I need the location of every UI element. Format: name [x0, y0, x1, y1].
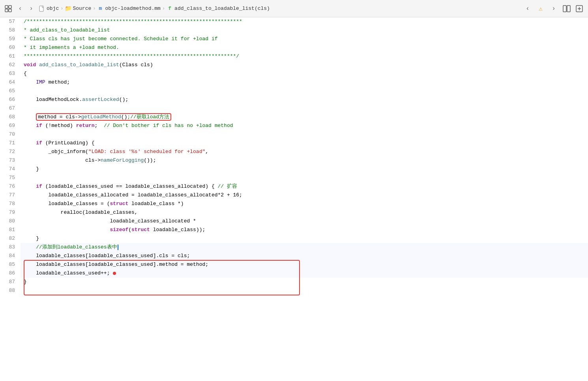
forward-button[interactable]: › [26, 4, 36, 14]
line-number: 64 [0, 78, 21, 87]
sep-2: › [93, 6, 96, 11]
add-editor-icon[interactable] [575, 4, 584, 13]
line-content: if (PrintLoading) { [21, 139, 94, 148]
line-number: 81 [0, 226, 21, 234]
line-content: if (loadable_classes_used == loadable_cl… [21, 182, 237, 191]
line-number: 63 [0, 69, 21, 78]
svg-rect-6 [567, 6, 570, 12]
code-line: 67 [0, 104, 588, 113]
code-line: 77 loadable_classes_allocated = loadable… [0, 191, 588, 200]
code-line: 76 if (loadable_classes_used == loadable… [0, 182, 588, 191]
line-content: } [21, 165, 39, 174]
line-content: method = cls->getLoadMethod();//获取load方法 [21, 113, 171, 121]
breadcrumb-function[interactable]: f add_class_to_loadable_list(cls) [167, 6, 270, 12]
split-view-icon[interactable] [562, 4, 571, 13]
line-number: 82 [0, 234, 21, 243]
line-content: } [21, 278, 27, 286]
toolbar-right: ‹ ⚠ › [522, 4, 584, 14]
sep-3: › [162, 6, 165, 11]
line-content: * it implements a +load method. [21, 43, 119, 52]
breadcrumb-source[interactable]: 📁 Source [65, 6, 91, 12]
text-cursor [118, 245, 118, 250]
line-number: 70 [0, 130, 21, 139]
code-line: 75 [0, 174, 588, 182]
line-number: 77 [0, 191, 21, 200]
code-line: 88 [0, 286, 588, 295]
back-button[interactable]: ‹ [15, 4, 25, 14]
sep-1: › [60, 6, 63, 11]
line-number: 61 [0, 52, 21, 61]
line-content: /***************************************… [21, 17, 242, 26]
breadcrumb-objc[interactable]: objc [39, 6, 59, 12]
line-number: 87 [0, 278, 21, 286]
breadcrumb-objc-label: objc [47, 6, 59, 11]
code-line: 62void add_class_to_loadable_list(Class … [0, 61, 588, 69]
code-line: 71 if (PrintLoading) { [0, 139, 588, 148]
code-line: 68 method = cls->getLoadMethod();//获取loa… [0, 113, 588, 121]
next-issue-button[interactable]: › [549, 4, 559, 14]
warning-icon: ⚠ [536, 4, 545, 13]
code-line: 86 loadable_classes_used++; [0, 269, 588, 278]
line-number: 86 [0, 269, 21, 278]
line-content: //添加到loadable_classes表中 [21, 243, 118, 252]
code-line: 59* Class cls has just become connected.… [0, 35, 588, 43]
line-content: loadable_classes[loadable_classes_used].… [21, 252, 190, 260]
line-content: loadMethodLock.assertLocked(); [21, 95, 128, 104]
line-content: loadable_classes_used++; [21, 269, 116, 278]
code-line: 61**************************************… [0, 52, 588, 61]
line-number: 74 [0, 165, 21, 174]
line-content: loadable_classes_allocated * [21, 217, 196, 226]
code-line: 70 [0, 130, 588, 139]
code-line: 73 cls->nameForLogging()); [0, 156, 588, 165]
code-line: 57/*************************************… [0, 17, 588, 26]
svg-rect-2 [5, 9, 8, 12]
code-editor[interactable]: 57/*************************************… [0, 17, 588, 381]
line-number: 85 [0, 260, 21, 269]
breadcrumb-file[interactable]: m objc-loadmethod.mm [97, 6, 160, 12]
breadcrumb: objc › 📁 Source › m objc-loadmethod.mm ›… [39, 6, 520, 12]
code-line: 84 loadable_classes[loadable_classes_use… [0, 252, 588, 260]
line-number: 69 [0, 121, 21, 130]
line-content: loadable_classes[loadable_classes_used].… [21, 260, 208, 269]
file-m-icon: m [97, 6, 103, 12]
code-line: 66 loadMethodLock.assertLocked(); [0, 95, 588, 104]
line-number: 66 [0, 95, 21, 104]
line-number: 62 [0, 61, 21, 69]
grid-icon[interactable] [4, 4, 13, 13]
prev-issue-button[interactable]: ‹ [522, 4, 533, 14]
code-line: 65 [0, 87, 588, 95]
code-line: 80 loadable_classes_allocated * [0, 217, 588, 226]
line-content: sizeof(struct loadable_class)); [21, 226, 205, 234]
line-content: loadable_classes_allocated = loadable_cl… [21, 191, 242, 200]
code-line: 72 _objc_inform("LOAD: class '%s' schedu… [0, 148, 588, 156]
line-content: { [21, 69, 27, 78]
toolbar: ‹ › objc › 📁 Source › m objc-loadmethod.… [0, 0, 588, 17]
line-number: 68 [0, 113, 21, 121]
code-line: 78 loadable_classes = (struct loadable_c… [0, 200, 588, 208]
line-content: } [21, 234, 39, 243]
line-content: loadable_classes = (struct loadable_clas… [21, 200, 184, 208]
code-line: 74 } [0, 165, 588, 174]
line-number: 75 [0, 174, 21, 182]
code-line: 85 loadable_classes[loadable_classes_use… [0, 260, 588, 269]
line-number: 88 [0, 286, 21, 295]
line-content: void add_class_to_loadable_list(Class cl… [21, 61, 153, 69]
nav-arrows: ‹ › [15, 4, 36, 14]
line-number: 71 [0, 139, 21, 148]
line-content: IMP method; [21, 78, 70, 87]
svg-rect-3 [9, 9, 11, 12]
line-content: cls->nameForLogging()); [21, 156, 156, 165]
line-content: _objc_inform("LOAD: class '%s' scheduled… [21, 148, 208, 156]
line-number: 67 [0, 104, 21, 113]
function-icon: f [167, 6, 173, 12]
breadcrumb-function-label: add_class_to_loadable_list(cls) [174, 6, 270, 11]
svg-rect-5 [563, 6, 566, 12]
code-line: 64 IMP method; [0, 78, 588, 87]
line-number: 78 [0, 200, 21, 208]
line-content: realloc(loadable_classes, [21, 208, 138, 217]
breadcrumb-source-label: Source [73, 6, 91, 11]
code-line: 81 sizeof(struct loadable_class)); [0, 226, 588, 234]
line-content: ****************************************… [21, 52, 239, 61]
folder-icon: 📁 [65, 6, 71, 12]
line-number: 57 [0, 17, 21, 26]
